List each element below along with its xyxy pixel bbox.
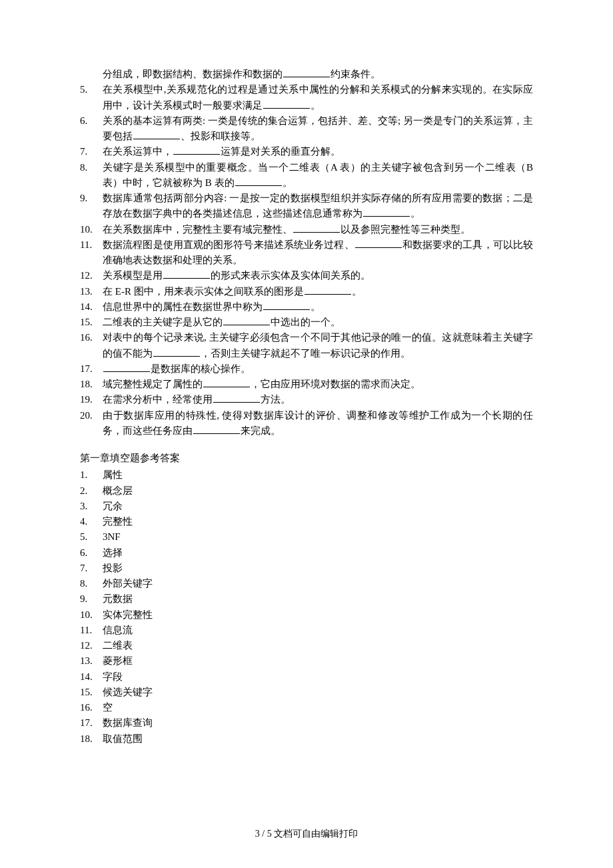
answer-number: 4. xyxy=(80,514,103,529)
question-item: 11.数据流程图是使用直观的图形符号来描述系统业务过程、和数据要求的工具，可以比… xyxy=(80,237,533,269)
answer-item: 9.元数据 xyxy=(80,591,533,607)
question-item: 17.是数据库的核心操作。 xyxy=(80,361,533,377)
question-number: 10. xyxy=(80,222,103,237)
answer-item: 4.完整性 xyxy=(80,514,533,529)
question-item: 12.关系模型是用的形式来表示实体及实体间关系的。 xyxy=(80,268,533,283)
fill-blank xyxy=(355,238,402,248)
answer-text: 取值范围 xyxy=(103,731,533,747)
answer-item: 6.选择 xyxy=(80,545,533,561)
question-text: 二维表的主关键字是从它的中选出的一个。 xyxy=(103,315,533,330)
answer-number: 5. xyxy=(80,529,103,545)
answer-text: 字段 xyxy=(103,669,533,685)
answer-text: 实体完整性 xyxy=(103,607,533,623)
question-text: 在 E-R 图中，用来表示实体之间联系的图形是。 xyxy=(103,284,533,299)
answer-number: 7. xyxy=(80,561,103,576)
answer-item: 7.投影 xyxy=(80,561,533,576)
question-number: 11. xyxy=(80,237,103,269)
answer-text: 属性 xyxy=(103,467,533,483)
answers-list: 1.属性2.概念层3.冗余4.完整性5.3NF6.选择7.投影8.外部关键字9.… xyxy=(80,467,533,747)
question-text: 关系模型是用的形式来表示实体及实体间关系的。 xyxy=(103,268,533,283)
answer-item: 5.3NF xyxy=(80,529,533,545)
question-number: 15. xyxy=(80,315,103,330)
question-number: 17. xyxy=(80,361,103,377)
answer-number: 1. xyxy=(80,467,103,483)
page-footer: 3 / 5 文档可自由编辑打印 xyxy=(0,827,613,841)
question-item: 5.在关系模型中,关系规范化的过程是通过关系中属性的分解和关系模式的分解来实现的… xyxy=(80,82,533,113)
question-item: 15.二维表的主关键字是从它的中选出的一个。 xyxy=(80,315,533,330)
fill-blank xyxy=(235,176,282,186)
fill-blank xyxy=(163,269,210,279)
question-text: 关系的基本运算有两类: 一类是传统的集合运算，包括并、差、交等; 另一类是专门的… xyxy=(103,113,533,145)
answer-number: 12. xyxy=(80,638,103,653)
answer-text: 冗余 xyxy=(103,499,533,514)
question-text: 数据库通常包括两部分内容: 一是按一定的数据模型组织并实际存储的所有应用需要的数… xyxy=(103,191,533,222)
answer-item: 17.数据库查询 xyxy=(80,715,533,731)
question-number: 5. xyxy=(80,82,103,113)
questions-list: 分组成，即数据结构、数据操作和数据的约束条件。5.在关系模型中,关系规范化的过程… xyxy=(80,67,533,439)
question-number: 12. xyxy=(80,268,103,283)
question-number: 19. xyxy=(80,392,103,407)
question-text: 由于数据库应用的特殊性, 使得对数据库设计的评价、调整和修改等维护工作成为一个长… xyxy=(103,408,533,439)
answer-text: 3NF xyxy=(103,529,533,545)
answer-item: 12.二维表 xyxy=(80,638,533,653)
answer-text: 候选关键字 xyxy=(103,685,533,700)
fill-blank xyxy=(363,207,410,217)
answer-item: 1.属性 xyxy=(80,467,533,483)
answer-item: 16.空 xyxy=(80,700,533,715)
question-item: 分组成，即数据结构、数据操作和数据的约束条件。 xyxy=(80,67,533,82)
answer-number: 16. xyxy=(80,700,103,715)
answer-number: 17. xyxy=(80,715,103,731)
answer-item: 15.候选关键字 xyxy=(80,685,533,700)
question-number: 7. xyxy=(80,144,103,159)
fill-blank xyxy=(223,316,270,326)
document-page: 分组成，即数据结构、数据操作和数据的约束条件。5.在关系模型中,关系规范化的过程… xyxy=(0,0,613,868)
fill-blank xyxy=(263,99,310,109)
fill-blank xyxy=(193,424,240,434)
question-text: 域完整性规定了属性的，它由应用环境对数据的需求而决定。 xyxy=(103,377,533,392)
answer-number: 2. xyxy=(80,483,103,499)
question-item: 7.在关系运算中，运算是对关系的垂直分解。 xyxy=(80,144,533,159)
answer-number: 8. xyxy=(80,576,103,591)
question-item: 19.在需求分析中，经常使用方法。 xyxy=(80,392,533,407)
answer-text: 二维表 xyxy=(103,638,533,653)
answer-number: 18. xyxy=(80,731,103,747)
fill-blank xyxy=(305,285,351,295)
fill-blank xyxy=(173,145,220,155)
answers-heading: 第一章填空题参考答案 xyxy=(80,451,533,466)
question-text: 分组成，即数据结构、数据操作和数据的约束条件。 xyxy=(103,67,533,82)
question-number: 13. xyxy=(80,284,103,299)
answer-item: 11.信息流 xyxy=(80,623,533,638)
answer-item: 18.取值范围 xyxy=(80,731,533,747)
answer-item: 2.概念层 xyxy=(80,483,533,499)
answer-text: 完整性 xyxy=(103,514,533,529)
answer-item: 3.冗余 xyxy=(80,499,533,514)
answer-text: 数据库查询 xyxy=(103,715,533,731)
question-item: 9.数据库通常包括两部分内容: 一是按一定的数据模型组织并实际存储的所有应用需要… xyxy=(80,191,533,222)
question-number: 6. xyxy=(80,113,103,145)
fill-blank xyxy=(103,362,150,372)
answer-text: 外部关键字 xyxy=(103,576,533,591)
question-item: 18.域完整性规定了属性的，它由应用环境对数据的需求而决定。 xyxy=(80,377,533,392)
question-number: 9. xyxy=(80,191,103,222)
question-text: 是数据库的核心操作。 xyxy=(103,361,533,377)
question-item: 16.对表中的每个记录来说, 主关键字必须包含一个不同于其他记录的唯一的值。这就… xyxy=(80,330,533,361)
question-text: 对表中的每个记录来说, 主关键字必须包含一个不同于其他记录的唯一的值。这就意味着… xyxy=(103,330,533,361)
question-text: 在关系运算中，运算是对关系的垂直分解。 xyxy=(103,144,533,159)
answer-text: 菱形框 xyxy=(103,653,533,669)
fill-blank xyxy=(283,68,330,78)
fill-blank xyxy=(153,347,200,357)
question-number xyxy=(80,67,103,82)
answer-number: 11. xyxy=(80,623,103,638)
fill-blank xyxy=(213,393,260,403)
answer-item: 13.菱形框 xyxy=(80,653,533,669)
question-text: 信息世界中的属性在数据世界中称为。 xyxy=(103,299,533,315)
answer-number: 6. xyxy=(80,545,103,561)
answer-text: 空 xyxy=(103,700,533,715)
answer-number: 10. xyxy=(80,607,103,623)
question-number: 14. xyxy=(80,299,103,315)
question-item: 14.信息世界中的属性在数据世界中称为。 xyxy=(80,299,533,315)
answer-text: 信息流 xyxy=(103,623,533,638)
answer-number: 9. xyxy=(80,591,103,607)
question-text: 在关系数据库中，完整性主要有域完整性、以及参照完整性等三种类型。 xyxy=(103,222,533,237)
answer-number: 13. xyxy=(80,653,103,669)
